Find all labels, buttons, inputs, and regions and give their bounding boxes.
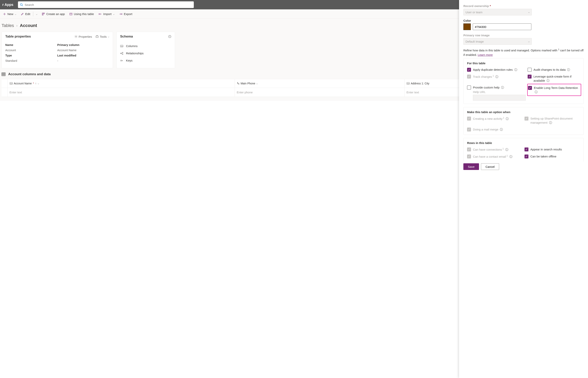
prop-name-label: Name xyxy=(5,43,57,46)
svg-text:Abc: Abc xyxy=(121,45,123,47)
record-ownership-select: User or team⌵ xyxy=(463,9,532,15)
card-title: Table properties xyxy=(5,35,74,39)
cell-input[interactable]: Enter phone xyxy=(235,88,404,97)
svg-line-24 xyxy=(121,53,122,54)
properties-panel: Record ownership * User or team⌵ Color P… xyxy=(459,0,588,101)
brand-label: r Apps xyxy=(2,3,18,7)
new-button[interactable]: New ⌵ xyxy=(1,9,19,19)
text-field-icon: Abc xyxy=(10,82,13,85)
svg-line-23 xyxy=(121,53,122,53)
prop-lastmod-value: - xyxy=(57,59,109,62)
info-icon[interactable]: ⓘ xyxy=(501,86,504,89)
svg-rect-4 xyxy=(42,13,43,14)
schema-columns[interactable]: Abc Columns xyxy=(117,42,175,50)
svg-rect-7 xyxy=(70,13,72,15)
edit-split-button[interactable]: ⌵ xyxy=(34,9,40,19)
table-plus-icon xyxy=(69,13,72,15)
relationship-icon xyxy=(120,52,124,55)
search-box[interactable] xyxy=(18,1,194,8)
card-title: Schema xyxy=(120,35,168,39)
long-term-retention-checkbox[interactable]: ✓Enable Long Term Data Retention ⓘ xyxy=(528,86,580,94)
help-url-label: Help URL xyxy=(467,90,526,94)
pencil-icon xyxy=(21,13,24,15)
app-icon xyxy=(42,13,45,15)
key-icon xyxy=(120,59,124,62)
chevron-down-icon: ⌵ xyxy=(113,13,114,15)
schema-relationships[interactable]: Relationships xyxy=(117,50,175,57)
svg-point-21 xyxy=(122,52,123,53)
section-title: Account columns and data xyxy=(8,72,51,76)
prop-type-value: Standard xyxy=(5,59,57,62)
help-url-input xyxy=(473,95,526,101)
chevron-down-icon: ⌵ xyxy=(108,35,109,38)
import-icon xyxy=(99,13,102,15)
breadcrumb-current: Account xyxy=(20,23,37,28)
svg-line-1 xyxy=(22,5,23,6)
svg-point-22 xyxy=(122,54,123,54)
sort-up-icon: ↑ xyxy=(35,82,37,85)
chevron-right-icon: › xyxy=(16,24,18,28)
prop-name-value: Account xyxy=(5,48,57,52)
schema-card: Schema Abc Columns Relationships Keys xyxy=(116,32,175,68)
info-icon[interactable]: ⓘ xyxy=(535,90,538,94)
table-properties-card: Table properties Properties Tools ⌵ Name… xyxy=(1,32,113,68)
info-icon[interactable] xyxy=(168,35,171,38)
tools-button[interactable]: Tools ⌵ xyxy=(95,35,109,38)
chevron-down-icon: ⌵ xyxy=(528,40,530,43)
long-term-retention-highlight: ✓Enable Long Term Data Retention ⓘ xyxy=(527,84,581,96)
refine-help-text: Refine how data in this table is used an… xyxy=(463,48,584,57)
for-this-table-section: For this table ✓Apply duplicate detectio… xyxy=(463,58,584,101)
svg-rect-28 xyxy=(2,73,5,76)
color-swatch[interactable] xyxy=(463,24,471,30)
prop-primary-value: Account Name xyxy=(57,48,109,52)
quick-create-checkbox[interactable]: ✓Leverage quick-create form if available… xyxy=(528,74,580,83)
svg-text:Abc: Abc xyxy=(10,83,13,84)
chevron-down-icon: ⌵ xyxy=(15,13,16,15)
duplicate-detection-checkbox[interactable]: ✓Apply duplicate detection rules ⓘ xyxy=(467,68,526,72)
learn-more-link[interactable]: Learn more xyxy=(478,53,493,56)
prop-lastmod-label: Last modified xyxy=(57,54,109,57)
primary-image-label: Primary row image xyxy=(463,34,584,37)
create-app-button[interactable]: Create an app xyxy=(40,9,67,19)
text-field-icon: Abc xyxy=(120,45,124,47)
info-icon[interactable]: ⓘ xyxy=(547,79,549,82)
color-label: Color xyxy=(463,19,584,22)
svg-point-13 xyxy=(76,36,76,37)
properties-button[interactable]: Properties xyxy=(74,35,92,38)
chevron-down-icon: ⌵ xyxy=(38,82,39,85)
using-table-button[interactable]: Using this table xyxy=(67,9,96,19)
schema-keys[interactable]: Keys xyxy=(117,57,175,64)
export-icon xyxy=(119,13,122,15)
required-indicator: * xyxy=(33,82,34,85)
prop-type-label: Type xyxy=(5,54,57,57)
import-button[interactable]: Import ⌵ xyxy=(96,9,117,19)
info-icon[interactable]: ⓘ xyxy=(514,68,517,71)
svg-rect-14 xyxy=(96,36,98,38)
svg-point-25 xyxy=(120,60,122,61)
col-account-name[interactable]: Abc Account Name * ↑ ⌵ xyxy=(7,79,235,88)
export-button[interactable]: Export xyxy=(117,9,134,19)
info-icon[interactable]: ⓘ xyxy=(567,68,570,71)
chevron-down-icon: ⌵ xyxy=(36,13,37,15)
phone-icon xyxy=(237,82,240,85)
search-input[interactable] xyxy=(23,3,192,6)
cell-input[interactable]: Enter text xyxy=(7,88,235,97)
search-icon xyxy=(20,3,23,6)
info-icon[interactable]: ⓘ xyxy=(495,75,498,78)
plus-icon xyxy=(3,13,6,15)
gear-icon xyxy=(74,35,78,38)
text-field-icon: Abc xyxy=(407,82,410,85)
breadcrumb-root[interactable]: Tables xyxy=(1,23,14,28)
toolbox-icon xyxy=(95,35,99,38)
section-title: For this table xyxy=(467,62,580,65)
color-input[interactable] xyxy=(473,24,531,30)
svg-point-0 xyxy=(20,3,22,5)
svg-point-17 xyxy=(170,36,170,36)
edit-button[interactable]: Edit xyxy=(19,9,33,19)
prop-primary-label: Primary column xyxy=(57,43,109,46)
col-main-phone[interactable]: Main Phone ⌵ xyxy=(235,79,404,88)
row-select-header[interactable] xyxy=(1,79,7,88)
table-icon xyxy=(1,72,5,76)
audit-changes-checkbox[interactable]: Audit changes to its data ⓘ xyxy=(528,68,580,72)
custom-help-checkbox[interactable]: Provide custom help ⓘ xyxy=(467,85,526,90)
